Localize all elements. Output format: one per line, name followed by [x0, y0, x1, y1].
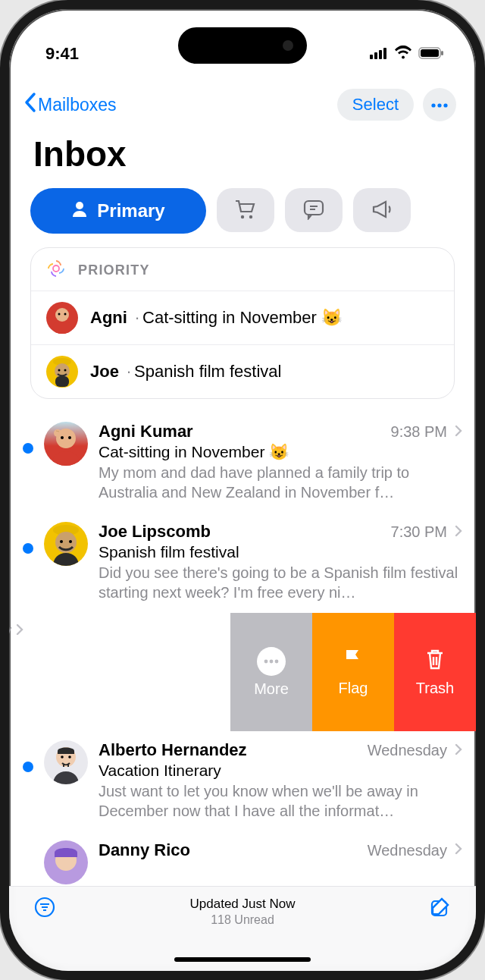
dynamic-island: [178, 27, 307, 64]
message-preview: My mom and dad have planned a family tri…: [99, 463, 462, 502]
avatar: [44, 422, 88, 466]
svg-point-26: [68, 436, 71, 439]
priority-subject: Spanish film festival: [134, 362, 281, 381]
svg-rect-13: [305, 201, 323, 215]
swipe-more-label: More: [254, 680, 289, 698]
priority-item[interactable]: Joe·Spanish film festival: [31, 344, 454, 398]
message-row[interactable]: Danny Rico Wednesday: [9, 831, 476, 884]
svg-point-27: [54, 429, 61, 437]
chevron-right-icon: [455, 743, 462, 759]
home-indicator[interactable]: [174, 957, 311, 962]
sender-name: Alberto Hernandez: [99, 740, 360, 760]
swipe-trash-button[interactable]: Trash: [394, 613, 476, 731]
message-preview: you sent, it'd be: [9, 664, 215, 683]
svg-point-18: [64, 313, 67, 316]
message-time: 7:30 PM: [391, 523, 447, 541]
select-button[interactable]: Select: [337, 89, 414, 121]
priority-item[interactable]: Agni·Cat-sitting in November 😺: [31, 291, 454, 344]
svg-rect-16: [52, 322, 72, 334]
back-label: Mailboxes: [38, 95, 117, 115]
sender-name: Joe Lipscomb: [99, 522, 383, 542]
person-icon: [71, 200, 88, 221]
ellipsis-icon: [257, 647, 286, 676]
avatar: [46, 356, 78, 388]
svg-rect-2: [379, 50, 382, 59]
message-preview: e passenger-side mirr…: [9, 685, 215, 705]
unread-count: 118 Unread: [190, 912, 296, 928]
clock: 9:41: [45, 44, 79, 64]
chevron-right-icon: [455, 843, 462, 858]
compose-button[interactable]: [429, 896, 452, 922]
message-row[interactable]: Agni Kumar 9:38 PM Cat-sitting in Novemb…: [9, 413, 476, 513]
priority-subject: Cat-sitting in November 😺: [142, 308, 342, 327]
priority-sender: Joe: [90, 362, 119, 381]
avatar: [44, 522, 88, 566]
tab-promotions[interactable]: [353, 188, 411, 232]
message-preview: Did you see there's going to be a Spanis…: [99, 563, 462, 602]
message-row[interactable]: Joe Lipscomb 7:30 PM Spanish film festiv…: [9, 513, 476, 613]
updated-label: Updated Just Now: [190, 896, 296, 912]
svg-point-31: [69, 540, 72, 543]
chevron-right-icon: [455, 425, 462, 440]
chevron-right-icon: [455, 525, 462, 540]
svg-point-30: [60, 540, 63, 543]
swipe-flag-button[interactable]: Flag: [312, 613, 394, 731]
filter-button[interactable]: [33, 896, 56, 922]
message-time: Wednesday: [9, 622, 11, 639]
message-subject: Vacation Itinerary: [99, 762, 462, 780]
svg-point-37: [68, 755, 71, 759]
more-button[interactable]: [423, 88, 456, 121]
cart-icon: [234, 199, 257, 222]
svg-point-34: [275, 659, 279, 663]
back-button[interactable]: Mailboxes: [23, 92, 117, 118]
svg-rect-1: [374, 52, 377, 59]
chat-icon: [302, 199, 325, 222]
priority-sender: Agni: [90, 308, 127, 327]
message-row[interactable]: Alberto Hernandez Wednesday Vacation Iti…: [9, 731, 476, 831]
cellular-icon: [370, 44, 388, 64]
sender-name: Agni Kumar: [99, 422, 383, 441]
message-subject: pair: [9, 644, 215, 662]
svg-point-14: [53, 265, 59, 272]
ellipsis-icon: [430, 99, 449, 111]
avatar: [46, 302, 78, 334]
svg-point-32: [264, 659, 268, 663]
nav-bar: Mailboxes Select: [9, 76, 476, 127]
tab-transactions[interactable]: [217, 188, 274, 232]
avatar: [44, 740, 88, 784]
svg-point-17: [58, 313, 61, 316]
svg-point-11: [241, 215, 244, 218]
message-row-swiped[interactable]: Wednesday pair you sent, it'd be e passe…: [9, 613, 476, 731]
message-list: Agni Kumar 9:38 PM Cat-sitting in Novemb…: [9, 413, 476, 884]
sender-name: Danny Rico: [99, 840, 360, 860]
svg-rect-21: [55, 376, 69, 387]
priority-card: PRIORITY Agni·Cat-sitting in November 😺 …: [30, 247, 455, 399]
flag-icon: [342, 647, 365, 675]
page-title: Inbox: [9, 127, 476, 185]
category-tabs: Primary: [9, 185, 476, 247]
unread-dot: [23, 443, 33, 454]
unread-dot: [23, 543, 33, 554]
svg-point-33: [270, 659, 274, 663]
chevron-right-icon: [16, 622, 23, 639]
svg-point-8: [437, 103, 441, 107]
message-time: Wednesday: [368, 742, 447, 759]
svg-point-10: [76, 202, 83, 209]
message-subject: Cat-sitting in November 😺: [99, 443, 462, 461]
swipe-more-button[interactable]: More: [230, 613, 312, 731]
svg-rect-0: [370, 55, 373, 59]
avatar: [44, 840, 88, 884]
svg-point-7: [431, 103, 435, 107]
battery-icon: [418, 44, 444, 64]
swipe-flag-label: Flag: [339, 680, 368, 697]
wifi-icon: [394, 44, 412, 64]
svg-rect-6: [441, 51, 443, 55]
svg-rect-3: [383, 48, 386, 59]
tab-primary[interactable]: Primary: [30, 188, 206, 234]
unread-dot: [23, 762, 33, 772]
svg-point-36: [61, 755, 64, 759]
trash-icon: [424, 647, 446, 675]
tab-updates[interactable]: [285, 188, 343, 232]
swipe-actions: More Flag Trash: [230, 613, 476, 731]
megaphone-icon: [371, 199, 393, 222]
